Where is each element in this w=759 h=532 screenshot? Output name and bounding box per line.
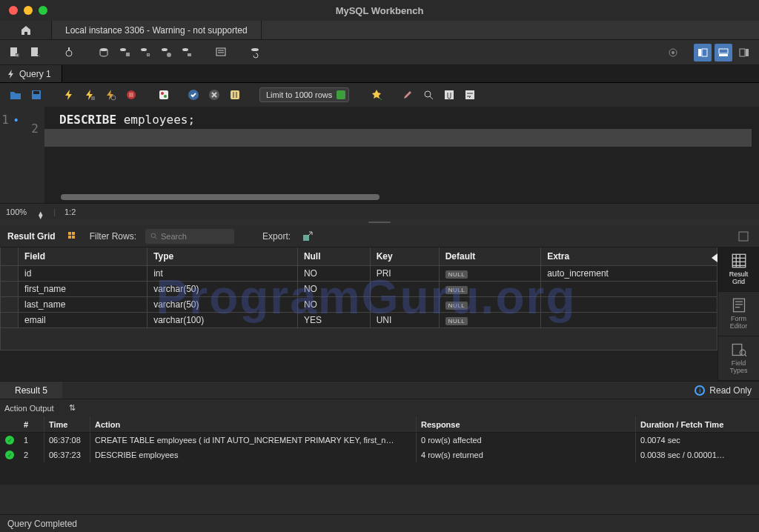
output-header: # Time Action Response Duration / Fetch …: [0, 416, 759, 433]
close-window[interactable]: [9, 6, 18, 15]
table-cell[interactable]: first_name: [19, 282, 148, 297]
side-tab-field-types[interactable]: Field Types: [718, 336, 759, 381]
result-grid[interactable]: FieldTypeNullKeyDefaultExtraidintNOPRINU…: [0, 247, 717, 350]
table-cell[interactable]: NULL: [439, 282, 541, 297]
result-tab[interactable]: Result 5: [0, 382, 62, 399]
save-file-icon[interactable]: [28, 87, 44, 103]
table-row[interactable]: idintNOPRINULLauto_increment: [1, 266, 717, 282]
table-cell[interactable]: NULL: [439, 266, 541, 282]
table-cell[interactable]: [370, 297, 439, 313]
table-cell[interactable]: NO: [297, 282, 370, 297]
settings-icon[interactable]: [664, 44, 682, 61]
stop-icon[interactable]: [123, 87, 139, 103]
db-icon-5[interactable]: [178, 44, 196, 61]
open-sql-file-icon[interactable]: [27, 44, 44, 61]
code-area[interactable]: DESCRIBE employees;: [44, 107, 759, 203]
panel-right-icon[interactable]: [735, 44, 753, 61]
table-cell[interactable]: varchar(50): [148, 282, 298, 297]
table-cell[interactable]: email: [19, 313, 148, 328]
zoom-window[interactable]: [39, 6, 47, 15]
svg-rect-22: [740, 49, 745, 56]
column-header[interactable]: Null: [297, 247, 370, 266]
table-cell[interactable]: [541, 297, 717, 313]
db-icon-2[interactable]: [116, 44, 133, 61]
db-icon-4[interactable]: [157, 44, 175, 61]
connection-tab[interactable]: Local instance 3306 - Warning - not supp…: [52, 21, 262, 39]
output-row[interactable]: 206:37:23DESCRIBE employees4 row(s) retu…: [0, 448, 759, 462]
brush-icon[interactable]: [400, 87, 416, 103]
autocommit-icon[interactable]: [227, 87, 243, 103]
db-icon-3[interactable]: [136, 44, 154, 61]
wrap-icon[interactable]: [462, 87, 478, 103]
table-cell[interactable]: varchar(100): [148, 313, 298, 328]
table-row[interactable]: last_namevarchar(50)NONULL: [1, 297, 717, 313]
table-cell[interactable]: PRI: [370, 266, 439, 282]
column-header[interactable]: Extra: [541, 247, 717, 266]
inspector-icon[interactable]: [61, 44, 79, 61]
column-header[interactable]: Default: [439, 247, 541, 266]
find-icon[interactable]: [420, 87, 437, 103]
filter-search-input[interactable]: Search: [145, 229, 234, 244]
query-toolbar: Limit to 1000 rows: [0, 83, 759, 107]
table-cell[interactable]: varchar(50): [148, 297, 298, 313]
open-file-icon[interactable]: [7, 87, 24, 103]
rollback-icon[interactable]: [206, 87, 222, 103]
home-icon: [20, 24, 32, 36]
table-cell[interactable]: NULL: [439, 313, 541, 328]
svg-rect-42: [72, 236, 75, 239]
table-row[interactable]: emailvarchar(100)YESUNINULL: [1, 313, 717, 328]
result-grid-label: Result Grid: [7, 231, 56, 242]
table-cell[interactable]: NO: [297, 297, 370, 313]
beautify-icon[interactable]: [368, 87, 385, 103]
toggle-icon-1[interactable]: [156, 87, 172, 103]
table-cell[interactable]: NULL: [439, 297, 541, 313]
sql-editor[interactable]: 1 2 DESCRIBE employees;: [0, 107, 759, 203]
table-cell[interactable]: [541, 313, 717, 328]
table-cell[interactable]: [541, 282, 717, 297]
table-row[interactable]: first_namevarchar(50)NONULL: [1, 282, 717, 297]
column-header[interactable]: Type: [148, 247, 298, 266]
new-sql-file-icon[interactable]: [6, 44, 24, 61]
svg-rect-25: [33, 91, 39, 94]
action-output-stepper[interactable]: ⇅: [69, 403, 76, 413]
table-cell[interactable]: UNI: [370, 313, 439, 328]
table-cell[interactable]: int: [148, 266, 298, 282]
svg-point-36: [425, 91, 431, 97]
column-header[interactable]: Key: [370, 247, 439, 266]
action-output: # Time Action Response Duration / Fetch …: [0, 416, 759, 485]
zoom-stepper[interactable]: ▴▾: [39, 208, 44, 216]
wrap-cell-icon[interactable]: [735, 228, 752, 245]
limit-rows-select[interactable]: Limit to 1000 rows: [259, 87, 349, 102]
table-cell[interactable]: last_name: [19, 297, 148, 313]
read-only-label: Read Only: [709, 385, 752, 396]
explain-icon[interactable]: [102, 87, 119, 103]
execute-icon[interactable]: [61, 87, 77, 103]
grid-view-icon[interactable]: [64, 228, 81, 245]
table-cell[interactable]: auto_increment: [541, 266, 717, 282]
panel-left-icon[interactable]: [694, 44, 712, 61]
main-toolbar: [0, 40, 759, 65]
home-tab[interactable]: [0, 21, 52, 39]
table-cell[interactable]: id: [19, 266, 148, 282]
table-cell[interactable]: [370, 282, 439, 297]
output-row[interactable]: 106:37:08CREATE TABLE employees ( id INT…: [0, 433, 759, 448]
execute-current-icon[interactable]: [82, 87, 98, 103]
query-tab[interactable]: Query 1: [0, 65, 62, 82]
table-cell[interactable]: NO: [297, 266, 370, 282]
column-header[interactable]: Field: [19, 247, 148, 266]
editor-hscrollbar[interactable]: [61, 194, 380, 200]
side-tab-form-editor[interactable]: Form Editor: [718, 292, 759, 336]
db-refresh-icon[interactable]: [246, 44, 264, 61]
side-tab-result-grid[interactable]: Result Grid: [718, 247, 759, 292]
invisibles-icon[interactable]: [441, 87, 457, 103]
db-icon-1[interactable]: [95, 44, 113, 61]
svg-rect-45: [739, 232, 748, 241]
splitter-1[interactable]: [0, 219, 759, 225]
commit-icon[interactable]: [185, 87, 202, 103]
panel-bottom-icon[interactable]: [715, 44, 732, 61]
minimize-window[interactable]: [24, 6, 33, 15]
editor-statusbar: 100% ▴▾ | 1:2: [0, 203, 759, 219]
export-icon[interactable]: [299, 228, 316, 245]
table-cell[interactable]: YES: [297, 313, 370, 328]
sql-script-icon[interactable]: [212, 44, 230, 61]
